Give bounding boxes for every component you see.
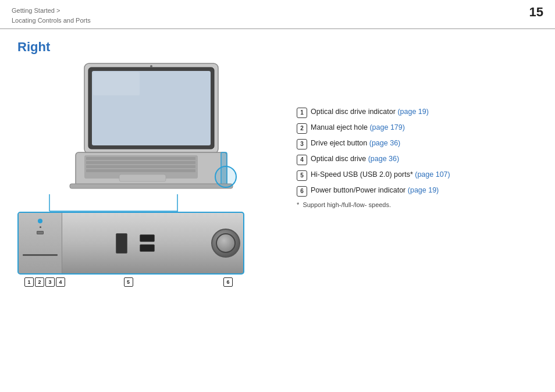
diagram-area: 1 2 3 4 5 6: [17, 60, 285, 287]
badge-5: 5: [124, 277, 133, 287]
callout-drive-section: [19, 213, 62, 273]
labels-area: 1 Optical disc drive indicator (page 19)…: [291, 60, 538, 287]
callout-ports-section: [62, 213, 208, 273]
label-item-3: 3 Drive eject button (page 36): [297, 138, 538, 149]
label-link-6[interactable]: (page 19): [408, 186, 439, 194]
label-text-1: Optical disc drive indicator (page 19): [311, 107, 429, 117]
callout-usb-group: [140, 234, 155, 252]
badge-6: 6: [223, 277, 233, 287]
power-ring-outer: [211, 229, 240, 258]
callout-box: [17, 212, 244, 275]
label-badge-5: 5: [297, 170, 307, 181]
label-item-1: 1 Optical disc drive indicator (page 19): [297, 107, 538, 118]
badge-group-1234: 1 2 3 4: [24, 277, 65, 287]
label-item-2: 2 Manual eject hole (page 179): [297, 123, 538, 134]
laptop-illustration: [52, 60, 250, 194]
label-badge-1: 1: [297, 108, 307, 118]
breadcrumb-line1: Getting Started >: [12, 6, 91, 16]
drive-indicator-dot: [38, 219, 42, 223]
svg-rect-7: [86, 157, 195, 160]
label-text-2: Manual eject hole (page 179): [311, 123, 405, 133]
badge-2: 2: [35, 277, 44, 287]
label-link-2[interactable]: (page 179): [369, 123, 404, 131]
label-text-6: Power button/Power indicator (page 19): [311, 186, 439, 196]
label-text-5: Hi-Speed USB (USB 2.0) ports* (page 107): [311, 170, 450, 180]
svg-rect-13: [70, 184, 233, 188]
footnote: * Support high-/full-/low- speeds.: [297, 201, 538, 208]
power-ring-inner: [216, 233, 236, 253]
main-content: Right: [0, 29, 555, 293]
drive-slot: [23, 254, 58, 256]
label-badge-2: 2: [297, 123, 307, 134]
page-number: 15: [529, 6, 543, 19]
callout-usb-2: [140, 244, 155, 252]
label-link-3[interactable]: (page 36): [369, 139, 401, 147]
badge-3: 3: [45, 277, 55, 287]
svg-rect-9: [86, 165, 195, 168]
svg-rect-3: [93, 72, 140, 95]
callout-power-section: [208, 213, 243, 273]
callout-port-1: [116, 233, 127, 254]
badge-4: 4: [56, 277, 65, 287]
laptop-svg: [52, 60, 250, 194]
badge-1: 1: [24, 277, 34, 287]
svg-rect-11: [119, 174, 166, 181]
label-link-4[interactable]: (page 36): [368, 155, 400, 163]
label-item-5: 5 Hi-Speed USB (USB 2.0) ports* (page 10…: [297, 170, 538, 181]
connector-lines: [20, 194, 247, 212]
label-badge-6: 6: [297, 186, 307, 197]
callout-number-labels: 1 2 3 4 5 6: [17, 277, 244, 287]
label-link-1[interactable]: (page 19): [397, 108, 429, 116]
callout-usb-1: [140, 234, 155, 242]
svg-rect-8: [86, 161, 195, 164]
svg-rect-10: [86, 169, 195, 172]
breadcrumb: Getting Started > Locating Controls and …: [12, 6, 91, 25]
drive-eject-hole: [40, 226, 41, 228]
page-header: Getting Started > Locating Controls and …: [0, 0, 555, 29]
drive-eject-button: [37, 231, 44, 234]
svg-point-14: [215, 166, 236, 187]
svg-point-4: [150, 65, 152, 67]
label-item-6: 6 Power button/Power indicator (page 19): [297, 186, 538, 197]
label-badge-3: 3: [297, 139, 307, 149]
breadcrumb-line2: Locating Controls and Ports: [12, 16, 91, 26]
label-text-4: Optical disc drive (page 36): [311, 154, 399, 165]
label-item-4: 4 Optical disc drive (page 36): [297, 154, 538, 165]
label-text-3: Drive eject button (page 36): [311, 138, 400, 149]
label-link-5[interactable]: (page 107): [415, 170, 450, 179]
content-area: 1 2 3 4 5 6 1 Optical disc drive indicat…: [17, 60, 538, 287]
label-badge-4: 4: [297, 155, 307, 165]
page-title: Right: [17, 40, 538, 55]
